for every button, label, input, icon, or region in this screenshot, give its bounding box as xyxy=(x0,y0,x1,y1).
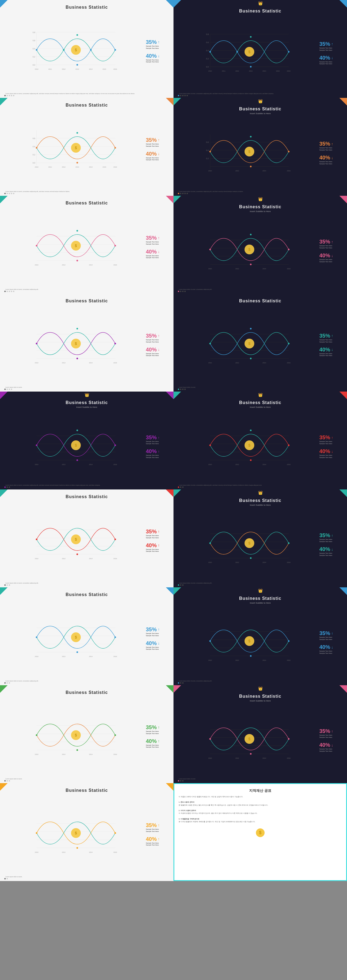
stats-area: 35% ↑ Sample Text HereSample Text Here 4… xyxy=(317,141,342,165)
svg-text:2012: 2012 xyxy=(62,264,65,266)
svg-text:2015: 2015 xyxy=(102,166,106,168)
stats-area: 35% ↑ Sample Text HereSample Text Here 4… xyxy=(317,434,342,458)
svg-text:0.0: 0.0 xyxy=(33,162,35,164)
dot-2 xyxy=(180,193,181,194)
dot-1 xyxy=(178,487,179,488)
corner-decoration-tr xyxy=(339,490,347,497)
lorem-text: Lorem Ipsum dolor sit amet, consectetur … xyxy=(5,288,168,290)
stat-label-1: Sample Text HereSample Text Here xyxy=(146,339,168,343)
corner-decoration-tl xyxy=(0,783,8,791)
svg-point-152 xyxy=(36,444,37,446)
svg-text:2014: 2014 xyxy=(89,166,93,168)
dot-5 xyxy=(186,95,188,96)
slide-title: Business Statistic xyxy=(239,299,282,304)
slide-title: Business Statistic xyxy=(239,498,282,503)
stat-block-2: 40% ↓ Sample Text HereSample Text Here xyxy=(146,640,168,651)
svg-text:0.2: 0.2 xyxy=(206,158,209,159)
stats-area: 35% ↑ Sample Text HereSample Text Here 4… xyxy=(144,235,168,259)
svg-text:2012: 2012 xyxy=(235,464,239,465)
svg-text:$: $ xyxy=(75,831,77,835)
dot-5 xyxy=(13,291,14,292)
svg-point-97 xyxy=(76,260,78,261)
svg-point-219 xyxy=(209,640,211,642)
dot-3 xyxy=(182,388,183,390)
stat-block-1: 35% ↑ Sample Text HereSample Text Here xyxy=(319,434,342,445)
stat-arrow-1: ↑ xyxy=(158,627,160,632)
slide-7: Business Statistic $ 2010 20 xyxy=(0,294,174,391)
dot-2 xyxy=(180,682,181,684)
dot-2 xyxy=(180,95,181,96)
chart-area: $ 2010 2012 2014 2016 xyxy=(179,523,317,566)
corner-decoration-tl xyxy=(174,587,181,595)
svg-point-81 xyxy=(288,151,290,153)
page-dots xyxy=(178,682,183,684)
stat-block-1: 35% ↑ Sample Text HereSample Text Here xyxy=(319,333,342,343)
chart-area: $ 2010 2012 2014 2016 xyxy=(179,719,317,762)
dot-3 xyxy=(182,487,183,488)
svg-text:2015: 2015 xyxy=(102,68,106,70)
dot-4 xyxy=(184,95,186,96)
svg-text:2014: 2014 xyxy=(89,754,93,755)
svg-text:2016: 2016 xyxy=(287,757,291,759)
corner-decoration-tl xyxy=(0,0,8,8)
slide-2: 👑 Business Statistic xyxy=(174,0,347,98)
svg-point-80 xyxy=(250,166,251,167)
stat-value-2: 40% xyxy=(146,249,157,255)
svg-text:2014: 2014 xyxy=(89,68,93,70)
stats-area: 35% ↑ Sample Text HereSample Text Here 4… xyxy=(144,333,168,357)
svg-text:2012: 2012 xyxy=(62,851,65,853)
chart-area: $ 0.8 0.6 0.4 0.2 0.0 2010 2011 2012 201… xyxy=(5,30,144,73)
svg-text:2016: 2016 xyxy=(113,754,117,755)
svg-text:$: $ xyxy=(248,49,250,54)
chart-area: $ 2010 2012 2014 2016 xyxy=(5,813,144,856)
svg-point-169 xyxy=(250,430,251,431)
corner-decoration-tr xyxy=(166,783,174,791)
slide-subtitle: Insert Subtitle to Here xyxy=(250,406,271,408)
slide-12: 👑 Business Statistic Insert Subtitle to … xyxy=(174,490,347,587)
corner-decoration-tr xyxy=(166,98,174,105)
lorem-text: Lorem Ipsum dolor sit amet, consectetur … xyxy=(179,93,342,95)
dot-1 xyxy=(4,95,6,96)
stat-label-2: Sample Text HereSample Text Here xyxy=(146,842,168,846)
svg-point-58 xyxy=(76,162,78,164)
stat-arrow-1: ↑ xyxy=(158,725,160,729)
stat-value-1: 35% xyxy=(319,239,330,245)
svg-text:$: $ xyxy=(75,243,77,248)
svg-text:2010: 2010 xyxy=(208,659,212,661)
svg-point-126 xyxy=(115,343,116,344)
svg-text:2010: 2010 xyxy=(35,68,38,70)
svg-text:2012: 2012 xyxy=(62,464,65,465)
slide-11: Business Statistic $ 2010 2012 xyxy=(0,490,174,587)
slide-title: Business Statistic xyxy=(65,400,108,405)
lorem-text: Lorem Ipsum dolor sit amet. xyxy=(5,876,168,878)
svg-point-166 xyxy=(209,444,211,446)
svg-text:2016: 2016 xyxy=(113,166,117,168)
stat-arrow-1: ↑ xyxy=(331,240,333,244)
slide-title: Business Statistic xyxy=(239,9,282,14)
stats-area: 35% ↑ Sample Text HereSample Text Here 4… xyxy=(144,528,168,553)
stat-value-1: 35% xyxy=(319,434,330,441)
stat-value-2: 40% xyxy=(319,546,330,552)
dot-3 xyxy=(182,95,183,96)
svg-point-34 xyxy=(236,51,238,52)
dot-2 xyxy=(6,487,8,488)
svg-text:2010: 2010 xyxy=(35,558,38,559)
stat-label-1: Sample Text HereSample Text Here xyxy=(146,241,168,245)
corner-decoration-tr xyxy=(166,587,174,595)
stat-value-1: 35% xyxy=(146,39,157,45)
dot-1 xyxy=(4,780,6,781)
svg-text:2014: 2014 xyxy=(263,464,266,465)
svg-point-10 xyxy=(115,49,116,51)
corner-decoration-tr xyxy=(166,685,174,693)
svg-text:2010: 2010 xyxy=(208,70,212,72)
slide-17: Business Statistic $ 2010 2012 xyxy=(0,783,174,881)
svg-text:$: $ xyxy=(248,737,250,741)
svg-text:2016: 2016 xyxy=(287,464,291,465)
stats-area: 35% ↑ Sample Text HereSample Text Here 4… xyxy=(317,728,342,752)
dot-2 xyxy=(6,584,8,586)
slide-subtitle: Insert Subtitle to Here xyxy=(250,112,271,115)
corner-decoration-tr xyxy=(339,0,347,8)
svg-point-8 xyxy=(76,64,78,65)
stat-label-1: Sample Text HereSample Text Here xyxy=(319,339,342,343)
svg-text:2012: 2012 xyxy=(62,68,65,70)
